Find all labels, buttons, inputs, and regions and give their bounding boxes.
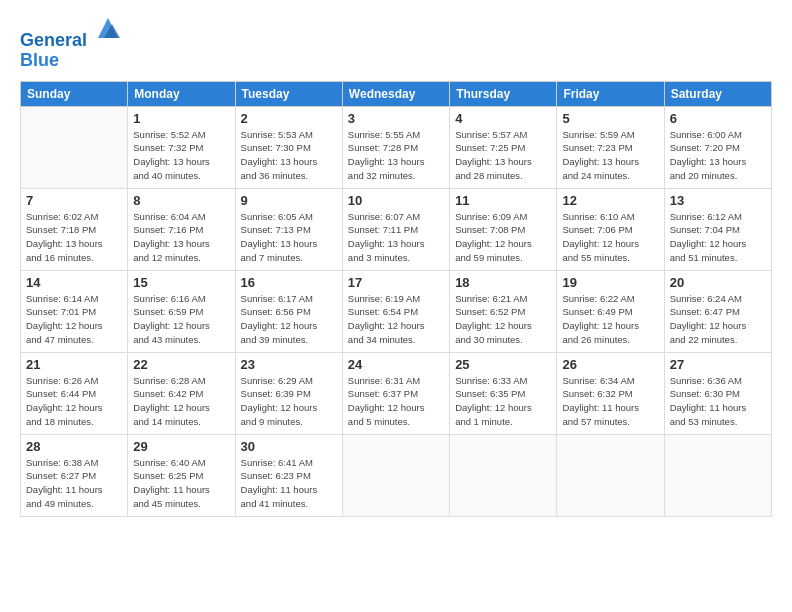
calendar-cell: 29Sunrise: 6:40 AM Sunset: 6:25 PM Dayli…: [128, 434, 235, 516]
day-info: Sunrise: 6:16 AM Sunset: 6:59 PM Dayligh…: [133, 292, 229, 347]
day-info: Sunrise: 5:59 AM Sunset: 7:23 PM Dayligh…: [562, 128, 658, 183]
calendar-cell: 21Sunrise: 6:26 AM Sunset: 6:44 PM Dayli…: [21, 352, 128, 434]
calendar-cell: 12Sunrise: 6:10 AM Sunset: 7:06 PM Dayli…: [557, 188, 664, 270]
day-number: 25: [455, 357, 551, 372]
calendar-week-row: 1Sunrise: 5:52 AM Sunset: 7:32 PM Daylig…: [21, 106, 772, 188]
calendar-cell: [664, 434, 771, 516]
day-number: 21: [26, 357, 122, 372]
calendar-cell: 20Sunrise: 6:24 AM Sunset: 6:47 PM Dayli…: [664, 270, 771, 352]
weekday-header: Saturday: [664, 81, 771, 106]
calendar-cell: [557, 434, 664, 516]
day-number: 1: [133, 111, 229, 126]
calendar-cell: 10Sunrise: 6:07 AM Sunset: 7:11 PM Dayli…: [342, 188, 449, 270]
day-number: 2: [241, 111, 337, 126]
day-number: 24: [348, 357, 444, 372]
day-number: 14: [26, 275, 122, 290]
calendar-cell: 15Sunrise: 6:16 AM Sunset: 6:59 PM Dayli…: [128, 270, 235, 352]
calendar-cell: 17Sunrise: 6:19 AM Sunset: 6:54 PM Dayli…: [342, 270, 449, 352]
calendar-header-row: SundayMondayTuesdayWednesdayThursdayFrid…: [21, 81, 772, 106]
day-number: 6: [670, 111, 766, 126]
day-info: Sunrise: 6:31 AM Sunset: 6:37 PM Dayligh…: [348, 374, 444, 429]
day-number: 9: [241, 193, 337, 208]
day-info: Sunrise: 6:28 AM Sunset: 6:42 PM Dayligh…: [133, 374, 229, 429]
day-info: Sunrise: 6:05 AM Sunset: 7:13 PM Dayligh…: [241, 210, 337, 265]
calendar-cell: 4Sunrise: 5:57 AM Sunset: 7:25 PM Daylig…: [450, 106, 557, 188]
day-info: Sunrise: 6:26 AM Sunset: 6:44 PM Dayligh…: [26, 374, 122, 429]
calendar-cell: 1Sunrise: 5:52 AM Sunset: 7:32 PM Daylig…: [128, 106, 235, 188]
day-info: Sunrise: 6:07 AM Sunset: 7:11 PM Dayligh…: [348, 210, 444, 265]
calendar-cell: 28Sunrise: 6:38 AM Sunset: 6:27 PM Dayli…: [21, 434, 128, 516]
day-number: 30: [241, 439, 337, 454]
day-number: 10: [348, 193, 444, 208]
day-number: 13: [670, 193, 766, 208]
day-info: Sunrise: 6:21 AM Sunset: 6:52 PM Dayligh…: [455, 292, 551, 347]
day-number: 29: [133, 439, 229, 454]
day-info: Sunrise: 6:02 AM Sunset: 7:18 PM Dayligh…: [26, 210, 122, 265]
day-number: 5: [562, 111, 658, 126]
calendar-cell: 18Sunrise: 6:21 AM Sunset: 6:52 PM Dayli…: [450, 270, 557, 352]
calendar-week-row: 7Sunrise: 6:02 AM Sunset: 7:18 PM Daylig…: [21, 188, 772, 270]
logo-blue: Blue: [20, 51, 122, 71]
day-number: 20: [670, 275, 766, 290]
calendar-week-row: 14Sunrise: 6:14 AM Sunset: 7:01 PM Dayli…: [21, 270, 772, 352]
day-info: Sunrise: 6:41 AM Sunset: 6:23 PM Dayligh…: [241, 456, 337, 511]
day-number: 11: [455, 193, 551, 208]
day-info: Sunrise: 6:19 AM Sunset: 6:54 PM Dayligh…: [348, 292, 444, 347]
day-info: Sunrise: 6:00 AM Sunset: 7:20 PM Dayligh…: [670, 128, 766, 183]
weekday-header: Monday: [128, 81, 235, 106]
calendar-cell: 23Sunrise: 6:29 AM Sunset: 6:39 PM Dayli…: [235, 352, 342, 434]
calendar-cell: 9Sunrise: 6:05 AM Sunset: 7:13 PM Daylig…: [235, 188, 342, 270]
day-number: 15: [133, 275, 229, 290]
calendar-cell: 25Sunrise: 6:33 AM Sunset: 6:35 PM Dayli…: [450, 352, 557, 434]
logo-general: General: [20, 30, 87, 50]
day-number: 22: [133, 357, 229, 372]
day-number: 23: [241, 357, 337, 372]
day-info: Sunrise: 6:17 AM Sunset: 6:56 PM Dayligh…: [241, 292, 337, 347]
calendar-cell: 27Sunrise: 6:36 AM Sunset: 6:30 PM Dayli…: [664, 352, 771, 434]
calendar-cell: 24Sunrise: 6:31 AM Sunset: 6:37 PM Dayli…: [342, 352, 449, 434]
day-info: Sunrise: 6:29 AM Sunset: 6:39 PM Dayligh…: [241, 374, 337, 429]
day-info: Sunrise: 5:53 AM Sunset: 7:30 PM Dayligh…: [241, 128, 337, 183]
calendar-cell: 7Sunrise: 6:02 AM Sunset: 7:18 PM Daylig…: [21, 188, 128, 270]
day-number: 17: [348, 275, 444, 290]
calendar-cell: 19Sunrise: 6:22 AM Sunset: 6:49 PM Dayli…: [557, 270, 664, 352]
day-info: Sunrise: 6:22 AM Sunset: 6:49 PM Dayligh…: [562, 292, 658, 347]
day-info: Sunrise: 6:40 AM Sunset: 6:25 PM Dayligh…: [133, 456, 229, 511]
calendar-cell: 2Sunrise: 5:53 AM Sunset: 7:30 PM Daylig…: [235, 106, 342, 188]
calendar-cell: 22Sunrise: 6:28 AM Sunset: 6:42 PM Dayli…: [128, 352, 235, 434]
page: General Blue SundayMondayTuesdayWednesda…: [0, 0, 792, 612]
day-info: Sunrise: 6:36 AM Sunset: 6:30 PM Dayligh…: [670, 374, 766, 429]
day-info: Sunrise: 6:34 AM Sunset: 6:32 PM Dayligh…: [562, 374, 658, 429]
calendar-cell: 8Sunrise: 6:04 AM Sunset: 7:16 PM Daylig…: [128, 188, 235, 270]
day-number: 12: [562, 193, 658, 208]
day-number: 26: [562, 357, 658, 372]
calendar-cell: 30Sunrise: 6:41 AM Sunset: 6:23 PM Dayli…: [235, 434, 342, 516]
day-number: 3: [348, 111, 444, 126]
weekday-header: Friday: [557, 81, 664, 106]
calendar-week-row: 28Sunrise: 6:38 AM Sunset: 6:27 PM Dayli…: [21, 434, 772, 516]
day-info: Sunrise: 5:57 AM Sunset: 7:25 PM Dayligh…: [455, 128, 551, 183]
calendar-cell: [21, 106, 128, 188]
calendar-cell: 11Sunrise: 6:09 AM Sunset: 7:08 PM Dayli…: [450, 188, 557, 270]
header: General Blue: [20, 18, 772, 71]
calendar-cell: [342, 434, 449, 516]
calendar-cell: 16Sunrise: 6:17 AM Sunset: 6:56 PM Dayli…: [235, 270, 342, 352]
weekday-header: Thursday: [450, 81, 557, 106]
day-info: Sunrise: 6:04 AM Sunset: 7:16 PM Dayligh…: [133, 210, 229, 265]
calendar-cell: 13Sunrise: 6:12 AM Sunset: 7:04 PM Dayli…: [664, 188, 771, 270]
weekday-header: Wednesday: [342, 81, 449, 106]
day-info: Sunrise: 6:12 AM Sunset: 7:04 PM Dayligh…: [670, 210, 766, 265]
day-info: Sunrise: 6:10 AM Sunset: 7:06 PM Dayligh…: [562, 210, 658, 265]
day-number: 19: [562, 275, 658, 290]
calendar-cell: [450, 434, 557, 516]
calendar-cell: 5Sunrise: 5:59 AM Sunset: 7:23 PM Daylig…: [557, 106, 664, 188]
calendar: SundayMondayTuesdayWednesdayThursdayFrid…: [20, 81, 772, 517]
day-number: 27: [670, 357, 766, 372]
calendar-week-row: 21Sunrise: 6:26 AM Sunset: 6:44 PM Dayli…: [21, 352, 772, 434]
day-info: Sunrise: 5:52 AM Sunset: 7:32 PM Dayligh…: [133, 128, 229, 183]
day-info: Sunrise: 6:14 AM Sunset: 7:01 PM Dayligh…: [26, 292, 122, 347]
calendar-cell: 3Sunrise: 5:55 AM Sunset: 7:28 PM Daylig…: [342, 106, 449, 188]
day-info: Sunrise: 6:33 AM Sunset: 6:35 PM Dayligh…: [455, 374, 551, 429]
day-info: Sunrise: 6:38 AM Sunset: 6:27 PM Dayligh…: [26, 456, 122, 511]
day-number: 8: [133, 193, 229, 208]
